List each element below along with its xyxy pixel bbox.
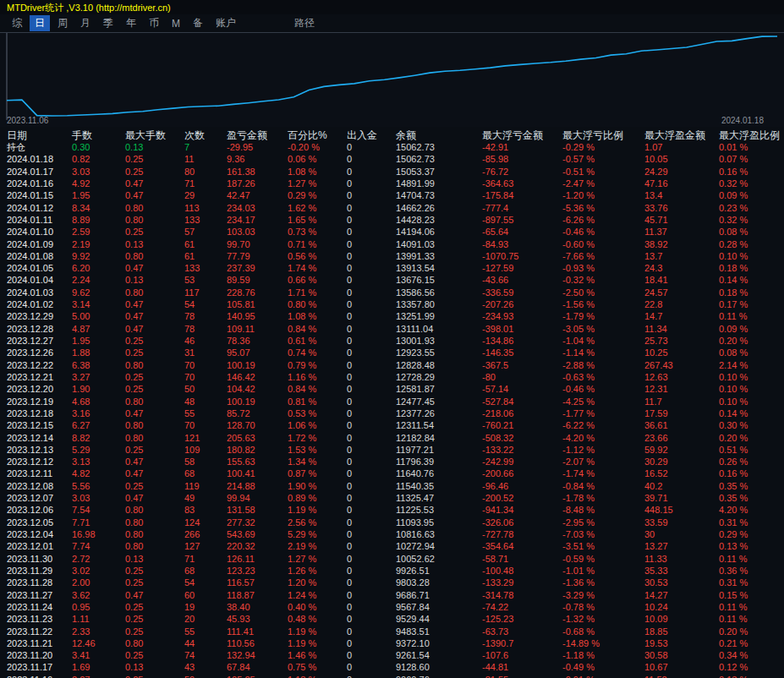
table-row[interactable]: 2023.11.203.410.2574132.941.46 %09261.54… <box>0 649 784 661</box>
menu-item-10[interactable]: 账户 <box>211 15 241 31</box>
table-cell: 0 <box>347 347 396 358</box>
table-cell: 0.71 % <box>288 238 347 250</box>
table-cell: 0 <box>347 226 396 238</box>
table-row[interactable]: 2024.01.089.920.806177.790.56 %013991.33… <box>0 250 784 262</box>
table-row[interactable]: 2024.01.102.590.2557103.030.73 %014194.0… <box>0 226 784 238</box>
table-row[interactable]: 2023.12.201.900.2550104.420.84 %012581.8… <box>0 383 784 395</box>
table-row[interactable]: 2023.12.0416.980.80266543.695.29 %010816… <box>0 528 784 540</box>
table-row[interactable]: 2023.11.273.620.4760118.871.24 %09686.71… <box>0 589 784 601</box>
table-row[interactable]: 2023.12.123.130.4758155.631.34 %011796.3… <box>0 456 784 467</box>
table-cell: 0.80 <box>125 637 184 649</box>
table-row[interactable]: 2023.12.114.820.4768100.410.87 %011640.7… <box>0 467 784 479</box>
table-cell: 109.11 <box>227 323 288 335</box>
table-row[interactable]: 2024.01.151.950.472942.470.29 %014704.73… <box>0 189 784 201</box>
table-cell: 61 <box>184 250 227 262</box>
table-row[interactable]: 2023.12.135.290.25109180.821.53 %011977.… <box>0 444 784 456</box>
table-row[interactable]: 2023.12.148.820.80121205.631.72 %012182.… <box>0 432 784 444</box>
table-cell: 1.18 % <box>288 674 347 678</box>
menu-item-3[interactable]: 周 <box>52 15 73 31</box>
table-cell: -242.99 <box>482 456 562 467</box>
table-row[interactable]: 2023.12.284.870.4778109.110.84 %013111.0… <box>0 323 784 335</box>
table-row[interactable]: 2023.11.293.020.2568123.231.26 %09926.51… <box>0 565 784 577</box>
table-row[interactable]: 2023.12.261.880.253195.070.74 %012923.55… <box>0 347 784 358</box>
table-row[interactable]: 2023.11.231.110.252045.930.48 %09529.44-… <box>0 613 784 625</box>
menu-item-8[interactable]: M <box>167 17 185 30</box>
table-row[interactable]: 2024.01.056.200.47133237.391.74 %013913.… <box>0 262 784 274</box>
table-row[interactable]: 2024.01.092.190.136199.700.71 %014091.03… <box>0 238 784 250</box>
table-cell: 0 <box>347 310 396 322</box>
table-cell: 133 <box>184 262 227 274</box>
menu-item-9[interactable]: 备 <box>188 15 208 31</box>
table-cell: 15062.73 <box>396 153 482 165</box>
table-row[interactable]: 2023.11.162.270.2559105.251.18 %09060.76… <box>0 674 784 678</box>
table-row[interactable]: 2023.11.240.950.251938.400.40 %09567.84-… <box>0 601 784 613</box>
table-cell: 2023.12.18 <box>7 407 72 419</box>
table-row[interactable]: 2023.11.282.000.2554116.571.20 %09803.28… <box>0 577 784 588</box>
table-row[interactable]: 2024.01.039.620.80117228.761.71 %013586.… <box>0 287 784 298</box>
table-row[interactable]: 2023.12.085.560.25119214.881.90 %011540.… <box>0 480 784 492</box>
table-row[interactable]: 2023.12.057.710.80124277.322.56 %011093.… <box>0 517 784 528</box>
table-row[interactable]: 2023.11.302.720.1371126.111.27 %010052.6… <box>0 553 784 565</box>
table-cell: 11.52 <box>644 674 719 678</box>
menu-item-1[interactable]: 综 <box>7 15 27 31</box>
table-cell: 119 <box>184 480 227 492</box>
table-cell: 110.56 <box>227 637 288 649</box>
table-row[interactable]: 2023.12.017.740.80127220.322.19 %010272.… <box>0 540 784 552</box>
table-row[interactable]: 2023.12.226.380.8070100.190.79 %012828.4… <box>0 359 784 371</box>
table-row[interactable]: 2024.01.164.920.4771187.261.27 %014891.9… <box>0 178 784 189</box>
table-cell: -0.57 % <box>562 153 644 165</box>
table-cell: 0 <box>347 661 396 673</box>
table-row[interactable]: 2023.12.067.540.8083131.581.19 %011225.5… <box>0 504 784 516</box>
table-cell: 0.75 % <box>288 661 347 673</box>
table-row[interactable]: 2024.01.042.240.135389.590.66 %013676.15… <box>0 274 784 286</box>
table-row[interactable]: 2024.01.173.030.2580161.381.08 %015053.3… <box>0 166 784 178</box>
table-cell: 78.36 <box>227 335 288 347</box>
table-row[interactable]: 2023.12.183.160.475585.720.53 %012377.26… <box>0 407 784 419</box>
menu-item-11[interactable]: 路径 <box>289 15 320 31</box>
table-cell: 2023.12.04 <box>7 528 72 540</box>
table-cell: 5.56 <box>72 480 125 492</box>
table-cell: -1.18 % <box>562 649 644 661</box>
table-row[interactable]: 2024.01.180.820.25119.360.06 %015062.73-… <box>0 153 784 165</box>
menu-item-6[interactable]: 年 <box>121 15 141 31</box>
menu-item-2[interactable]: 日 <box>30 15 50 31</box>
table-row[interactable]: 2023.12.073.030.474999.940.89 %011325.47… <box>0 492 784 504</box>
table-cell: 3.03 <box>72 492 125 504</box>
table-row[interactable]: 2023.12.271.950.254678.360.61 %013001.93… <box>0 335 784 347</box>
table-cell: 38.92 <box>644 238 719 250</box>
title-bar: MTDriver统计 ,V3.10 (http://mtdriver.cn) <box>0 0 784 14</box>
table-cell: 12.46 <box>72 637 125 649</box>
table-row[interactable]: 2023.12.156.270.8070128.701.06 %012311.5… <box>0 419 784 431</box>
table-row[interactable]: 持仓0.300.137-29.95-0.20 %015062.73-42.91-… <box>0 141 784 153</box>
table-cell: 0 <box>347 613 396 625</box>
table-row[interactable]: 2023.12.194.680.8048100.190.81 %012477.4… <box>0 396 784 407</box>
table-cell: 131.58 <box>227 504 288 516</box>
table-row[interactable]: 2024.01.128.340.80113234.031.62 %014662.… <box>0 202 784 214</box>
table-cell: 0.21 % <box>719 637 784 649</box>
menu-item-5[interactable]: 季 <box>98 15 118 31</box>
table-cell: 0.25 <box>125 371 184 383</box>
table-row[interactable]: 2024.01.023.140.4754105.810.80 %013357.8… <box>0 298 784 310</box>
table-cell: 0.25 <box>125 153 184 165</box>
table-cell: 9803.28 <box>396 577 482 588</box>
table-cell: 140.95 <box>227 310 288 322</box>
table-cell: -14.89 % <box>562 637 644 649</box>
table-cell: -897.55 <box>482 214 562 226</box>
table-row[interactable]: 2023.11.171.690.134367.840.75 %09128.60-… <box>0 661 784 673</box>
table-cell: 2023.11.16 <box>7 674 72 678</box>
table-cell: 2023.12.27 <box>7 335 72 347</box>
table-row[interactable]: 2024.01.118.890.80133234.171.65 %014428.… <box>0 214 784 226</box>
table-cell: -354.64 <box>482 540 562 552</box>
table-row[interactable]: 2023.11.2112.460.8044110.561.19 %09372.1… <box>0 637 784 649</box>
menu-item-7[interactable]: 币 <box>144 15 164 31</box>
table-cell: 1.11 <box>72 613 125 625</box>
table-cell: 2.72 <box>72 553 125 565</box>
table-cell: 19.53 <box>644 637 719 649</box>
table-row[interactable]: 2023.12.295.000.4778140.951.08 %013251.9… <box>0 310 784 322</box>
table-cell: 18.85 <box>644 626 719 637</box>
table-row[interactable]: 2023.12.213.270.2570146.421.16 %012728.2… <box>0 371 784 383</box>
table-cell: 0.25 <box>125 166 184 178</box>
table-row[interactable]: 2023.11.222.330.2555111.411.19 %09483.51… <box>0 626 784 637</box>
menu-item-4[interactable]: 月 <box>75 15 96 31</box>
table-cell: 11796.39 <box>396 456 482 467</box>
